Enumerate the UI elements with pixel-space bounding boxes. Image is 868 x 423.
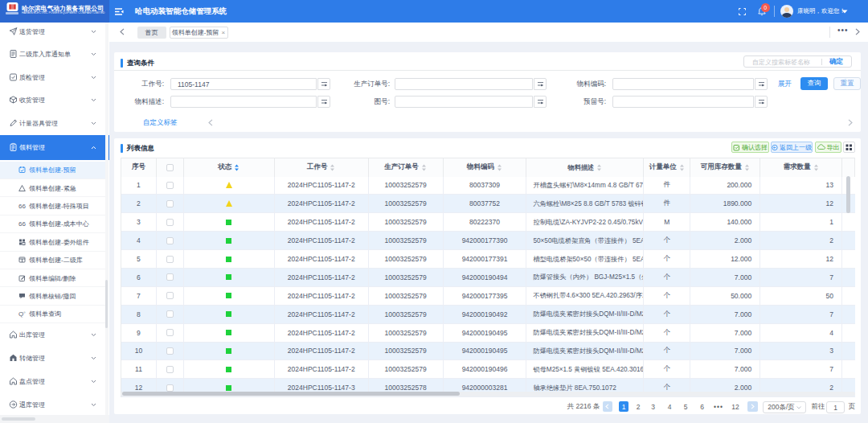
svg-text:66: 66 bbox=[18, 220, 26, 227]
svg-text:º: º bbox=[24, 310, 26, 315]
svg-text:66: 66 bbox=[18, 203, 26, 209]
svg-text:Q: Q bbox=[18, 310, 23, 318]
